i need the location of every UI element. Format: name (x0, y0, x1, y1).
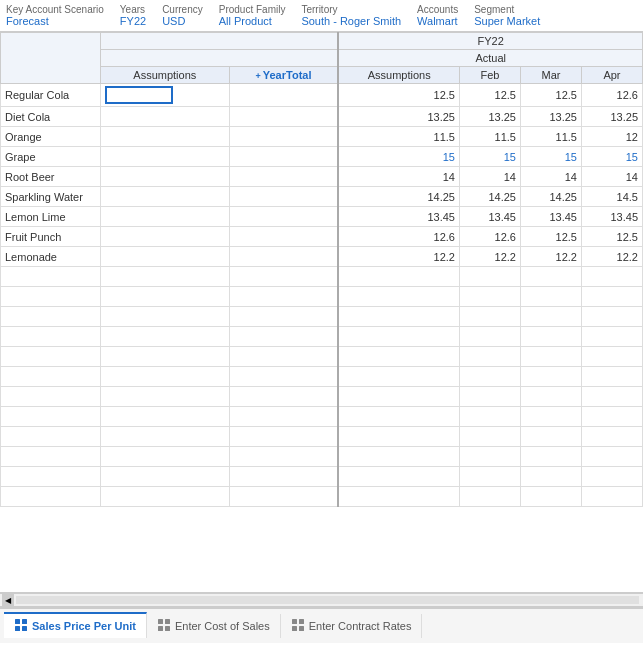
feb-cell[interactable]: 15 (459, 147, 520, 167)
empty-cell (229, 427, 338, 447)
apr-cell[interactable]: 13.25 (581, 107, 642, 127)
mar-cell[interactable]: 14.25 (520, 187, 581, 207)
mar-cell[interactable]: 12.5 (520, 227, 581, 247)
assumptions-cell-1[interactable] (101, 107, 230, 127)
empty-cell (459, 387, 520, 407)
assumptions-cell-1[interactable] (101, 227, 230, 247)
assumptions-cell-2[interactable]: 13.25 (338, 107, 459, 127)
grid-icon (14, 618, 28, 634)
assumptions-cell-2[interactable]: 14.25 (338, 187, 459, 207)
apr-cell[interactable]: 14 (581, 167, 642, 187)
filter-value[interactable]: Forecast (6, 15, 104, 27)
apr-cell[interactable]: 15 (581, 147, 642, 167)
empty-cell (459, 267, 520, 287)
assumptions-cell-1[interactable] (101, 207, 230, 227)
feb-cell[interactable]: 12.2 (459, 247, 520, 267)
year-total-cell[interactable] (229, 247, 338, 267)
table-row: Lemonade12.212.212.212.2 (1, 247, 643, 267)
empty-cell (459, 447, 520, 467)
year-total-cell[interactable] (229, 167, 338, 187)
year-total-cell[interactable] (229, 187, 338, 207)
tab-item-2[interactable]: Enter Contract Rates (281, 614, 423, 638)
scroll-left-arrow[interactable]: ◀ (2, 594, 14, 606)
filter-value[interactable]: All Product (219, 15, 286, 27)
svg-rect-4 (158, 619, 163, 624)
scroll-bar-area[interactable]: ◀ (0, 593, 643, 607)
assumptions-cell-2[interactable]: 12.5 (338, 84, 459, 107)
filter-value[interactable]: Walmart (417, 15, 458, 27)
assumptions-cell-2[interactable]: 15 (338, 147, 459, 167)
feb-cell[interactable]: 14.25 (459, 187, 520, 207)
assumptions-cell-2[interactable]: 12.6 (338, 227, 459, 247)
year-total-cell[interactable] (229, 227, 338, 247)
mar-cell[interactable]: 13.45 (520, 207, 581, 227)
filter-item[interactable]: YearsFY22 (120, 4, 146, 27)
empty-cell (1, 467, 101, 487)
filter-item[interactable]: Key Account ScenarioForecast (6, 4, 104, 27)
assumptions-cell-2[interactable]: 11.5 (338, 127, 459, 147)
table-row: Fruit Punch12.612.612.512.5 (1, 227, 643, 247)
filter-value[interactable]: Super Market (474, 15, 540, 27)
filter-item[interactable]: TerritorySouth - Roger Smith (301, 4, 401, 27)
filter-value[interactable]: South - Roger Smith (301, 15, 401, 27)
year-total-cell[interactable] (229, 127, 338, 147)
cell-input[interactable] (105, 86, 173, 104)
filter-label: Territory (301, 4, 401, 15)
apr-cell[interactable]: 13.45 (581, 207, 642, 227)
empty-cell (581, 447, 642, 467)
year-total-cell[interactable] (229, 107, 338, 127)
apr-cell[interactable]: 12.2 (581, 247, 642, 267)
filter-item[interactable]: Product FamilyAll Product (219, 4, 286, 27)
column-header-3: Feb (459, 67, 520, 84)
mar-cell[interactable]: 15 (520, 147, 581, 167)
feb-cell[interactable]: 13.25 (459, 107, 520, 127)
feb-cell[interactable]: 14 (459, 167, 520, 187)
empty-cell (338, 467, 459, 487)
mar-cell[interactable]: 12.2 (520, 247, 581, 267)
year-total-cell[interactable] (229, 147, 338, 167)
table-row: Lemon Lime13.4513.4513.4513.45 (1, 207, 643, 227)
svg-rect-6 (158, 626, 163, 631)
row-label: Sparkling Water (1, 187, 101, 207)
apr-cell[interactable]: 14.5 (581, 187, 642, 207)
year-total-cell[interactable] (229, 84, 338, 107)
feb-cell[interactable]: 12.6 (459, 227, 520, 247)
empty-cell (459, 307, 520, 327)
empty-cell (338, 387, 459, 407)
mar-cell[interactable]: 11.5 (520, 127, 581, 147)
assumptions-cell-1[interactable] (101, 127, 230, 147)
filter-value[interactable]: USD (162, 15, 203, 27)
feb-cell[interactable]: 11.5 (459, 127, 520, 147)
mar-cell[interactable]: 13.25 (520, 107, 581, 127)
empty-cell (101, 447, 230, 467)
tab-item-1[interactable]: Enter Cost of Sales (147, 614, 281, 638)
apr-cell[interactable]: 12.5 (581, 227, 642, 247)
scroll-track[interactable] (16, 596, 639, 604)
feb-cell[interactable]: 13.45 (459, 207, 520, 227)
apr-cell[interactable]: 12.6 (581, 84, 642, 107)
assumptions-cell-1[interactable] (101, 187, 230, 207)
assumptions-cell-2[interactable]: 13.45 (338, 207, 459, 227)
assumptions-cell-2[interactable]: 12.2 (338, 247, 459, 267)
filter-item[interactable]: AccountsWalmart (417, 4, 458, 27)
assumptions-cell-1[interactable] (101, 147, 230, 167)
mar-cell[interactable]: 12.5 (520, 84, 581, 107)
filter-value[interactable]: FY22 (120, 15, 146, 27)
mar-cell[interactable]: 14 (520, 167, 581, 187)
assumptions-cell-1[interactable] (101, 84, 230, 107)
assumptions-cell-2[interactable]: 14 (338, 167, 459, 187)
feb-cell[interactable]: 12.5 (459, 84, 520, 107)
row-label: Lemonade (1, 247, 101, 267)
filter-item[interactable]: SegmentSuper Market (474, 4, 540, 27)
tab-item-0[interactable]: Sales Price Per Unit (4, 612, 147, 638)
filter-item[interactable]: CurrencyUSD (162, 4, 203, 27)
filter-label: Years (120, 4, 146, 15)
assumptions-cell-1[interactable] (101, 247, 230, 267)
apr-cell[interactable]: 12 (581, 127, 642, 147)
empty-cell (229, 307, 338, 327)
year-total-cell[interactable] (229, 207, 338, 227)
assumptions-cell-1[interactable] (101, 167, 230, 187)
svg-rect-3 (22, 626, 27, 631)
empty-cell (581, 467, 642, 487)
empty-cell (581, 307, 642, 327)
